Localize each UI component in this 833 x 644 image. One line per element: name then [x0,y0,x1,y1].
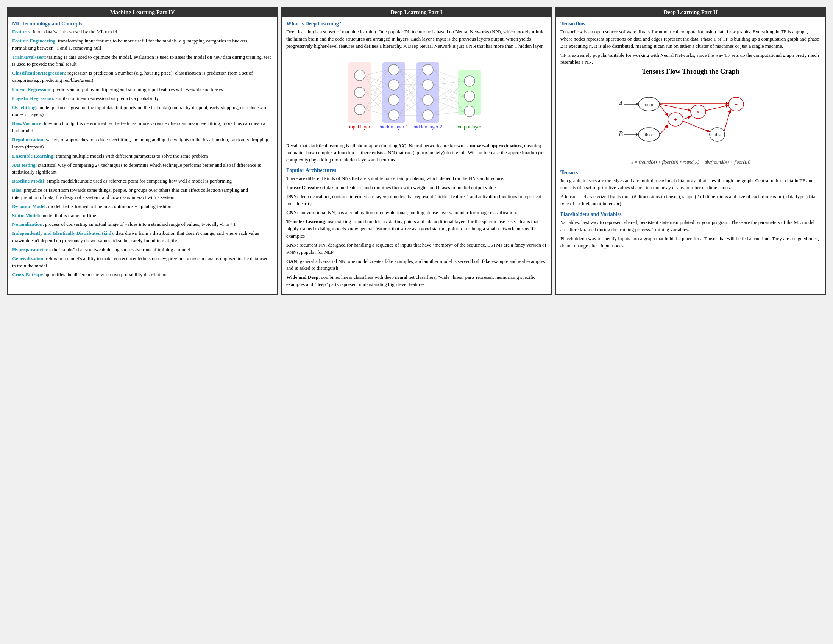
panel-dl-part2: Deep Learning Part II Tensorflow Tensorf… [555,7,826,295]
svg-point-5 [354,87,365,98]
svg-line-81 [659,105,668,116]
term-feature-engineering: Feature Engineering [12,38,55,43]
svg-text:hidden layer 2: hidden layer 2 [413,124,442,130]
item-iid: Independently and Identically Distribute… [12,230,273,244]
panel2-intro: Deep learning is a subset of machine lea… [286,28,547,50]
item-ab-testing: A/B testing: statistical way of comparin… [12,162,273,176]
arch-linear-classifier: Linear Classifier: takes input features … [286,184,547,191]
svg-line-85 [724,110,730,132]
svg-point-13 [423,95,433,105]
def-features: : input data/variables used by the ML mo… [30,29,117,34]
term-iid: Independently and Identically Distribute… [12,230,113,236]
term-cross-entropy: Cross-Entropy [12,272,43,277]
item-features: Features: input data/variables used by t… [12,28,273,35]
arch-gan: GAN: general adversarial NN, one model c… [286,258,547,272]
neural-network-diagram: input layer hidden layer 1 hidden layer … [286,55,547,138]
panel3-heading3: Placeholders and Variables [560,211,821,217]
tf-graph-svg-container: A B round floor × + [560,80,821,155]
arch-cnn: CNN: convolutional NN, has a combination… [286,209,547,216]
def-static-model: : model that is trained offline [39,213,96,218]
svg-point-7 [389,64,399,75]
term-train-eval-test: Train/Eval/Test [12,54,45,60]
svg-text:abs: abs [714,133,720,137]
panel2-title: Deep Learning Part I [282,8,551,17]
def-ensemble: : training multiple models with differen… [53,153,208,159]
svg-point-17 [464,106,475,117]
page-container: Machine Learning Part IV ML Terminology … [4,4,829,298]
svg-point-16 [464,91,475,101]
term-ab-testing: A/B testing [12,162,35,168]
svg-text:B: B [619,130,623,138]
item-bias-variance: Bias/Variance: how much output is determ… [12,120,273,134]
item-regularization: Regularization: variety of approaches to… [12,136,273,151]
svg-point-11 [423,64,433,75]
def-dynamic-model: : model that is trained online in a cont… [45,203,171,209]
panel1-heading1: ML Terminology and Concepts [12,21,273,27]
svg-line-80 [659,125,668,134]
item-hyperparams: Hyperparameters: the "knobs" that you tw… [12,246,273,253]
svg-point-15 [464,76,475,86]
universal-approx-text: Recall that statistical learning is all … [286,142,547,164]
def-baseline: : simple model/heuristic used as referen… [44,178,232,184]
def-logistic-regression: : similar to linear regression but predi… [53,95,159,101]
def-train-eval-test: : training is data used to optimize the … [12,54,271,67]
item-linear-regression: Linear Regression: predicts an output by… [12,86,273,93]
item-baseline: Baseline Model: simple model/heuristic u… [12,178,273,185]
item-feature-engineering: Feature Engineering: transforming input … [12,37,273,52]
term-features: Features [12,29,30,34]
term-class-regression: Classification/Regression [12,70,65,76]
def-hyperparams: : the "knobs" that you tweak during succ… [50,246,190,252]
item-logistic-regression: Logistic Regression: similar to linear r… [12,95,273,102]
item-normalization: Normalization: process of converting an … [12,221,273,228]
tensors-text1: In a graph, tensors are the edges and ar… [560,177,821,192]
panel1-content: Features: input data/variables used by t… [12,28,273,279]
nn-svg: input layer hidden layer 1 hidden layer … [337,55,496,138]
svg-text:output layer: output layer [458,124,482,130]
term-static-model: Static Model [12,213,39,218]
item-overfitting: Overfitting: model performs great on the… [12,104,273,119]
item-dynamic-model: Dynamic Model: model that is trained onl… [12,203,273,210]
term-regularization: Regularization [12,137,43,142]
def-bias-variance: : how much output is determined by the f… [12,121,265,134]
panel3-title: Deep Learning Part II [556,8,825,17]
graph-title: Tensors Flow Through the Graph [560,68,821,76]
svg-point-12 [423,80,433,90]
arch-intro: There are different kinds of NNs that ar… [286,175,547,182]
svg-text:hidden layer 1: hidden layer 1 [380,124,408,130]
svg-text:A: A [618,100,623,108]
item-cross-entropy: Cross-Entropy: quantifies the difference… [12,271,273,279]
svg-text:+: + [735,101,738,107]
panel-ml-part4: Machine Learning Part IV ML Terminology … [7,7,278,295]
def-bias: : prejudice or favoritism towards some t… [12,187,248,200]
term-generalization: Generalization [12,256,43,261]
def-overfitting: : model performs great on the input data… [12,105,268,118]
svg-point-9 [389,95,399,105]
svg-line-84 [706,105,728,111]
panel-dl-part1: Deep Learning Part I What is Deep Learni… [281,7,552,295]
arch-wide-deep: Wide and Deep: combines linear classifie… [286,274,547,288]
item-static-model: Static Model: model that is trained offl… [12,212,273,219]
svg-text:round: round [644,102,654,107]
term-bias: Bias [12,187,21,193]
arch-rnn: RNN: recurrent NN, designed for handling… [286,242,547,256]
panel1-title: Machine Learning Part IV [8,8,277,17]
svg-point-6 [354,104,365,115]
panel2-heading1: What is Deep Learning? [286,21,547,27]
svg-text:floor: floor [645,133,653,137]
tf-graph-svg: A B round floor × + [611,80,770,155]
tf-formula: Y = (round(A) + floor(B)) * round(A) + a… [560,159,821,166]
tf-text1: Tensorflow is an open source software li… [560,28,821,50]
def-cross-entropy: : quantifies the difference between two … [43,272,169,277]
svg-line-78 [659,104,691,111]
placeholders-text: Placeholders: way to specify inputs into… [560,235,821,250]
term-ensemble: Ensemble Learning [12,153,53,159]
svg-text:+: + [674,116,677,122]
term-normalization: Normalization [12,221,42,227]
panel2-heading2: Popular Architectures [286,167,547,174]
tf-graph-container: Tensors Flow Through the Graph A B round… [560,68,821,166]
svg-point-14 [423,110,433,121]
term-linear-regression: Linear Regression [12,86,50,92]
tf-text2: TF is extremely popular/suitable for wor… [560,52,821,66]
vars-text: Variables: best way to represent shared,… [560,219,821,233]
def-generalization: : refers to a model's ability to make co… [12,256,269,269]
